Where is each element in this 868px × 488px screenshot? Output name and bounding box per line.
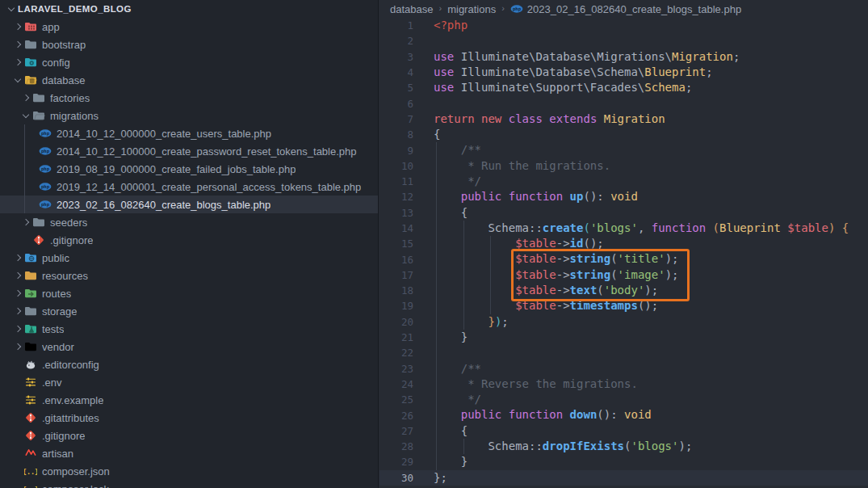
code-line[interactable]: 6 <box>379 95 868 111</box>
code-line-text: Schema::create('blogs', function (Bluepr… <box>434 221 849 236</box>
code-line-text: /** <box>434 361 481 377</box>
tree-item-label: public <box>42 252 69 264</box>
code-line[interactable]: 28 Schema::dropIfExists('blogs'); <box>379 439 868 454</box>
code-area: 1<?php23use Illuminate\Database\Migratio… <box>379 18 868 486</box>
code-line[interactable]: 1<?php <box>379 18 868 33</box>
chevron-right-icon[interactable] <box>11 18 24 36</box>
tree-item-2019-12-14-000001-create-personal-access-tokens-table-php[interactable]: php2019_12_14_000001_create_personal_acc… <box>0 178 378 196</box>
chevron-right-icon[interactable] <box>19 89 32 107</box>
code-line-text: $table->timestamps(); <box>434 298 658 313</box>
chevron-down-icon[interactable] <box>11 71 24 89</box>
breadcrumb-item[interactable]: database <box>390 3 434 15</box>
braces-icon: {..} <box>24 482 37 488</box>
code-line[interactable]: 11 */ <box>379 174 868 189</box>
tree-item-2023-02-16-082640-create-blogs-table-php[interactable]: php2023_02_16_082640_create_blogs_table.… <box>0 196 378 213</box>
tree-item-bootstrap[interactable]: bootstrap <box>0 36 378 53</box>
workspace-root-row[interactable]: LARAVEL_DEMO_BLOG <box>0 0 378 18</box>
tree-item-vendor[interactable]: vendor <box>0 338 378 355</box>
code-line[interactable]: 8{ <box>379 127 868 142</box>
tree-item-gitignore[interactable]: .gitignore <box>0 231 378 249</box>
tree-item-gitignore[interactable]: .gitignore <box>0 427 378 444</box>
tree-item-composer-lock[interactable]: {..}composer.lock <box>0 480 378 488</box>
tree-item-env[interactable]: .env <box>0 373 378 391</box>
tree-item-factories[interactable]: factories <box>0 89 378 107</box>
tree-item-tests[interactable]: tests <box>0 320 378 338</box>
tree-item-label: .editorconfig <box>42 359 99 371</box>
tree-item-resources[interactable]: resources <box>0 267 378 284</box>
tree-item-editorconfig[interactable]: .editorconfig <box>0 355 378 373</box>
code-line[interactable]: 25 */ <box>379 392 868 407</box>
tree-item-label: composer.lock <box>42 483 109 488</box>
breadcrumb-file[interactable]: 2023_02_16_082640_create_blogs_table.php <box>527 3 741 15</box>
tree-item-composer-json[interactable]: {..}composer.json <box>0 462 378 480</box>
code-line[interactable]: 27 { <box>379 423 868 439</box>
git-icon <box>32 233 45 246</box>
code-line[interactable]: 19 $table->timestamps(); <box>379 298 868 313</box>
tree-item-gitattributes[interactable]: .gitattributes <box>0 409 378 427</box>
folder-icon <box>24 74 37 86</box>
code-line[interactable]: 2 <box>379 33 868 48</box>
code-line[interactable]: 15 $table->id(); <box>379 236 868 251</box>
tree-item-artisan[interactable]: artisan <box>0 444 378 462</box>
tree-item-routes[interactable]: routes <box>0 284 378 302</box>
code-line[interactable]: 17 $table->string('image'); <box>379 267 868 283</box>
chevron-right-icon[interactable] <box>11 302 24 320</box>
tree-item-2014-10-12-000000-create-users-table-php[interactable]: php2014_10_12_000000_create_users_table.… <box>0 124 378 142</box>
chevron-down-icon[interactable] <box>19 107 32 124</box>
tree-item-env-example[interactable]: .env.example <box>0 391 378 409</box>
code-line[interactable]: 29 } <box>379 454 868 469</box>
breadcrumb-item[interactable]: migrations <box>447 3 496 15</box>
code-line-text: return new class extends Migration <box>434 111 665 127</box>
explorer-sidebar: LARAVEL_DEMO_BLOG appbootstrapconfigdata… <box>0 0 379 488</box>
tree-item-database[interactable]: database <box>0 71 378 89</box>
line-number: 28 <box>379 440 413 452</box>
chevron-right-icon[interactable] <box>11 249 24 267</box>
tree-item-seeders[interactable]: seeders <box>0 213 378 231</box>
tree-item-storage[interactable]: storage <box>0 302 378 320</box>
code-line[interactable]: 14 Schema::create('blogs', function (Blu… <box>379 221 868 236</box>
chevron-right-icon[interactable] <box>11 36 24 53</box>
code-line[interactable]: 9 /** <box>379 142 868 158</box>
code-line[interactable]: 18 $table->text('body'); <box>379 283 868 298</box>
tree-item-2019-08-19-000000-create-failed-jobs-table-php[interactable]: php2019_08_19_000000_create_failed_jobs_… <box>0 160 378 178</box>
code-line[interactable]: 12 public function up(): void <box>379 189 868 204</box>
code-line[interactable]: 30}; <box>379 470 868 486</box>
folder-icon <box>32 91 45 104</box>
chevron-right-icon[interactable] <box>11 267 24 284</box>
tree-item-public[interactable]: public <box>0 249 378 267</box>
code-line[interactable]: 4use Illuminate\Database\Schema\Blueprin… <box>379 65 868 80</box>
chevron-right-icon[interactable] <box>19 213 32 231</box>
code-line[interactable]: 5use Illuminate\Support\Facades\Schema; <box>379 80 868 95</box>
folder-icon <box>24 269 37 282</box>
line-number: 1 <box>379 19 413 32</box>
code-line[interactable]: 26 public function down(): void <box>379 407 868 423</box>
code-line[interactable]: 22 <box>379 345 868 360</box>
chevron-right-icon[interactable] <box>11 320 24 338</box>
line-number: 8 <box>379 128 413 141</box>
tree-item-app[interactable]: app <box>0 18 378 36</box>
code-line[interactable]: 16 $table->string('title'); <box>379 251 868 267</box>
tree-item-migrations[interactable]: migrations <box>0 107 378 124</box>
chevron-right-icon[interactable] <box>11 53 24 71</box>
line-number: 30 <box>379 472 413 484</box>
code-line[interactable]: 24 * Reverse the migrations. <box>379 377 868 392</box>
chevron-right-icon[interactable] <box>11 338 24 355</box>
line-number: 14 <box>379 222 413 234</box>
code-line[interactable]: 23 /** <box>379 361 868 377</box>
code-line[interactable]: 13 { <box>379 205 868 221</box>
code-line[interactable]: 3use Illuminate\Database\Migrations\Migr… <box>379 49 868 65</box>
tree-item-2014-10-12-100000-create-password-reset-tokens-table-php[interactable]: php2014_10_12_100000_create_password_res… <box>0 142 378 160</box>
code-line[interactable]: 10 * Run the migrations. <box>379 158 868 174</box>
code-line-text: <?php <box>434 18 468 33</box>
tree-item-label: 2019_12_14_000001_create_personal_access… <box>57 181 361 193</box>
code-line[interactable]: 7return new class extends Migration <box>379 111 868 127</box>
tree-item-config[interactable]: config <box>0 53 378 71</box>
tree-item-label: composer.json <box>42 465 110 477</box>
code-line[interactable]: 21 } <box>379 330 868 345</box>
laravel-icon <box>24 447 37 460</box>
php-icon: php <box>510 2 523 15</box>
chevron-right-icon[interactable] <box>11 284 24 302</box>
tree-item-label: .env.example <box>42 394 103 406</box>
code-line[interactable]: 20 }); <box>379 314 868 330</box>
chevron-down-icon[interactable] <box>5 0 18 18</box>
